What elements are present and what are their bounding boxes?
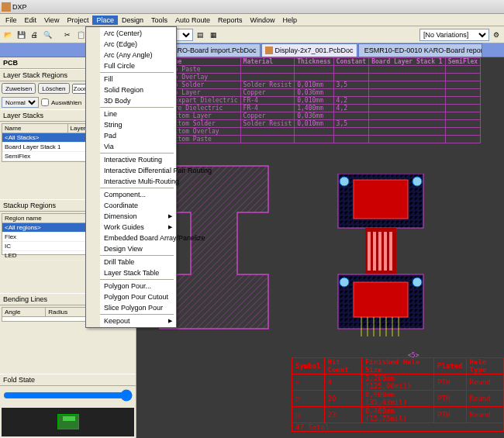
pcb-canvas[interactable]: LayerNameMaterialThicknessConstantBoard … (136, 57, 504, 438)
section-fold: Fold State (0, 374, 136, 386)
menu-auto-route[interactable]: Auto Route (171, 16, 214, 25)
menu-item-keepout[interactable]: Keepout▶ (87, 316, 175, 326)
menu-item-fill[interactable]: Fill (87, 74, 175, 84)
svg-point-13 (413, 177, 422, 186)
open-icon[interactable]: 📂 (2, 29, 14, 41)
app-title: DXP (12, 3, 27, 11)
menu-help[interactable]: Help (279, 16, 302, 25)
menu-item-layer-stack-table[interactable]: Layer Stack Table (87, 267, 175, 278)
svg-rect-5 (354, 180, 408, 219)
layer-icon[interactable]: ▤ (194, 29, 206, 41)
zoom-icon[interactable]: 🔍 (41, 29, 54, 41)
svg-rect-6 (354, 282, 408, 317)
menu-item-arc-edge-[interactable]: Arc (Edge) (87, 39, 175, 50)
menu-item-embedded-board-array-panelize[interactable]: Embedded Board Array/Panelize (87, 233, 175, 243)
menu-project[interactable]: Project (63, 16, 92, 25)
menu-item-dimension[interactable]: Dimension▶ (87, 211, 175, 222)
assign-button[interactable]: Zuweisen (2, 83, 36, 94)
menu-design[interactable]: Design (118, 16, 147, 25)
toolbar-1: 📂 💾 🖨 🔍 ✂ 📋 ▦ Altium Standard 2D ▤ ▦ [No… (0, 26, 504, 43)
menu-window[interactable]: Window (247, 16, 279, 25)
menu-item-interactive-routing[interactable]: Interactive Routing (87, 154, 175, 165)
menu-item-polygon-pour-cutout[interactable]: Polygon Pour Cutout (87, 291, 175, 302)
preview-3d (2, 408, 134, 436)
drill-hole-table: SymbolHit CountFinished Hole SizePlatedH… (292, 357, 504, 432)
menu-edit[interactable]: Edit (21, 16, 41, 25)
menu-item-drill-table[interactable]: Drill Table (87, 257, 175, 267)
select-checkbox[interactable] (41, 98, 49, 106)
menu-item-arc-center-[interactable]: Arc (Center) (87, 28, 175, 39)
document-tab[interactable]: Display-2x7_001.PcbDoc (261, 43, 357, 57)
menu-item-line[interactable]: Line (87, 109, 175, 119)
fold-slider[interactable] (3, 389, 133, 402)
place-menu: Arc (Center)Arc (Edge)Arc (Any Angle)Ful… (85, 26, 177, 328)
menu-item-interactive-differential-pair-routing[interactable]: Interactive Differential Pair Routing (87, 165, 175, 176)
menu-item-full-circle[interactable]: Full Circle (87, 60, 175, 71)
document-tab[interactable]: ESMR10-ED-0010 KARO-Board report.PcbDoc.… (358, 43, 482, 57)
svg-point-12 (340, 177, 349, 186)
print-icon[interactable]: 🖨 (28, 29, 40, 41)
menu-item-polygon-pour-[interactable]: Polygon Pour... (87, 281, 175, 291)
menu-tools[interactable]: Tools (147, 16, 171, 25)
pcb-component (330, 174, 431, 344)
menu-item-design-view[interactable]: Design View (87, 243, 175, 254)
document-tabs: 0010 KARO-Board import.PcbDocDisplay-2x7… (0, 43, 504, 57)
menu-reports[interactable]: Reports (214, 16, 247, 25)
menu-item-via[interactable]: Via (87, 141, 175, 152)
menu-place[interactable]: Place (92, 16, 118, 25)
menu-item-coordinate[interactable]: Coordinate (87, 200, 175, 211)
menu-file[interactable]: File (2, 16, 21, 25)
svg-rect-7 (368, 232, 371, 271)
cut-icon[interactable]: ✂ (61, 29, 74, 41)
normal-combo[interactable]: Normal (2, 97, 39, 108)
select-label: Auswählen (51, 99, 81, 106)
menu-view[interactable]: View (40, 16, 63, 25)
menu-item-arc-any-angle-[interactable]: Arc (Any Angle) (87, 50, 175, 60)
svg-point-14 (340, 278, 349, 287)
menu-item-component-[interactable]: Component... (87, 189, 175, 200)
app-icon (2, 2, 11, 12)
menu-item-interactive-multi-routing[interactable]: Interactive Multi-Routing (87, 176, 175, 187)
menu-item-3d-body[interactable]: 3D Body (87, 95, 175, 106)
menu-item-pad[interactable]: Pad (87, 130, 175, 141)
menu-item-work-guides[interactable]: Work Guides▶ (87, 222, 175, 233)
svg-rect-10 (384, 232, 387, 271)
svg-rect-8 (373, 232, 376, 271)
grid-icon[interactable]: ▦ (207, 29, 219, 41)
menu-item-slice-polygon-pour[interactable]: Slice Polygon Pour (87, 302, 175, 313)
delete-button[interactable]: Löschen (38, 83, 69, 94)
svg-rect-11 (389, 232, 392, 271)
layer-stack-table: LayerNameMaterialThicknessConstantBoard … (140, 57, 481, 143)
menubar: FileEditViewProjectPlaceDesignToolsAuto … (0, 14, 504, 26)
variations-select[interactable]: [No Variations] (419, 29, 489, 41)
menu-item-string[interactable]: String (87, 119, 175, 130)
svg-rect-9 (378, 232, 381, 271)
gear-icon[interactable]: ⚙ (490, 29, 502, 41)
save-icon[interactable]: 💾 (15, 29, 27, 41)
svg-point-15 (413, 278, 422, 287)
menu-item-solid-region[interactable]: Solid Region (87, 84, 175, 95)
